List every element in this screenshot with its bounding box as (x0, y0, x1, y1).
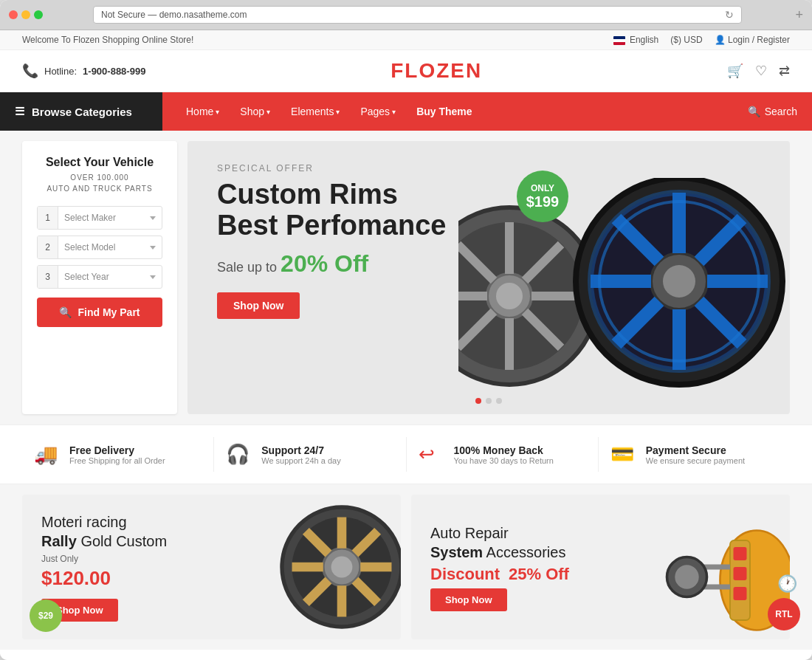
wishlist-icon[interactable]: ♡ (755, 63, 767, 79)
browse-categories-label: Browse Categories (32, 106, 132, 118)
hero-price-badge: ONLY $199 (517, 171, 568, 222)
feature-support-desc: We support 24h a day (261, 456, 340, 465)
promo1-line1: Moteri racing (41, 514, 127, 530)
slider-dot-3[interactable] (496, 398, 502, 404)
promo2-image (608, 495, 791, 639)
new-tab-button[interactable]: + (795, 7, 803, 23)
badge-only-text: ONLY (531, 183, 554, 193)
hotline: 📞 Hotline: 1-900-888-999 (22, 63, 145, 79)
nav-elements-label: Elements (291, 106, 334, 117)
search-button[interactable]: 🔍 Search (733, 92, 812, 131)
logo-red: ZEN (436, 59, 482, 82)
slider-dots (475, 398, 502, 404)
menu-icon: ☰ (15, 105, 24, 118)
minimize-dot[interactable] (21, 10, 30, 19)
feature-moneyback-desc: You have 30 days to Return (454, 456, 554, 465)
language-selector[interactable]: English (613, 35, 659, 45)
find-my-part-button[interactable]: 🔍 Find My Part (37, 298, 162, 327)
slider-dot-2[interactable] (486, 398, 492, 404)
chevron-down-icon: ▾ (266, 108, 270, 116)
feature-delivery: 🚚 Free Delivery Free Shipping for all Or… (22, 437, 214, 472)
auth-link[interactable]: 👤 Login / Register (715, 35, 790, 45)
promo1-btn-label: Shop Now (56, 605, 103, 616)
nav-home[interactable]: Home ▾ (177, 92, 228, 131)
chevron-down-icon: ▾ (392, 108, 396, 116)
svg-rect-41 (734, 567, 747, 580)
navigation: ☰ Browse Categories Home ▾ Shop ▾ Elemen… (0, 92, 812, 131)
promo2-discount-label: Discount (430, 565, 500, 583)
vehicle-selector: Select Your Vehicle OVER 100.000AUTO AND… (22, 141, 177, 414)
promo2-bold: System (430, 544, 483, 560)
browse-categories-button[interactable]: ☰ Browse Categories (0, 92, 162, 131)
refresh-icon[interactable]: ↻ (725, 9, 734, 21)
compare-icon[interactable]: ⇄ (779, 63, 790, 79)
nav-shop-label: Shop (240, 106, 264, 117)
nav-pages[interactable]: Pages ▾ (351, 92, 405, 131)
feature-delivery-title: Free Delivery (69, 444, 165, 456)
maker-select-row: 1 Select Maker (37, 206, 162, 230)
top-bar: Welcome To Flozen Shopping Online Store!… (0, 30, 812, 50)
model-select[interactable]: Select Model (58, 236, 162, 258)
nav-shop[interactable]: Shop ▾ (231, 92, 279, 131)
browser-dots (9, 10, 43, 19)
badge-price: $199 (526, 193, 560, 210)
close-dot[interactable] (9, 10, 18, 19)
promo2-discount-pct: 25% Off (509, 565, 569, 583)
svg-rect-42 (734, 587, 747, 600)
payment-icon: 💳 (610, 443, 637, 466)
auth-label: Login / Register (728, 35, 790, 45)
maker-select[interactable]: Select Maker (58, 207, 162, 229)
phone-icon: 📞 (22, 63, 38, 79)
hero-sale: Sale up to 20% Off (217, 250, 760, 278)
header-icons: 🛒 ♡ ⇄ (727, 63, 790, 79)
year-select-row: 3 Select Year (37, 265, 162, 289)
nav-elements[interactable]: Elements ▾ (282, 92, 348, 131)
price-badge-value: $29 (38, 611, 53, 621)
hero-shop-now-button[interactable]: Shop Now (217, 292, 300, 319)
year-number: 3 (38, 266, 58, 288)
rtl-label: RTL (775, 609, 792, 619)
hero-btn-label: Shop Now (233, 300, 283, 312)
site-content: Welcome To Flozen Shopping Online Store!… (0, 30, 812, 660)
currency-selector[interactable]: ($) USD (670, 35, 702, 45)
promo2-line1: Auto Repair (430, 525, 509, 541)
header: 📞 Hotline: 1-900-888-999 FLOZEN 🛒 ♡ ⇄ (0, 50, 812, 92)
price-badge-green: $29 (30, 599, 62, 632)
hero-title: Custom Rims Best Perfomance (217, 179, 760, 241)
feature-delivery-desc: Free Shipping for all Order (69, 456, 165, 465)
history-button[interactable]: 🕐 (777, 574, 797, 594)
hero-sale-text: Sale up to (217, 260, 277, 275)
nav-pages-label: Pages (360, 106, 390, 117)
address-bar[interactable]: Not Secure — demo.nasatheme.com ↻ (93, 6, 742, 24)
year-select[interactable]: Select Year (58, 266, 162, 288)
hero-sale-pct: 20% Off (281, 250, 368, 277)
hero-slider[interactable]: SPECICAL OFFER Custom Rims Best Perfoman… (187, 141, 790, 414)
browser-chrome: Not Secure — demo.nasatheme.com ↻ + (0, 0, 812, 30)
logo[interactable]: FLOZEN (390, 59, 482, 83)
rtl-badge[interactable]: RTL (768, 598, 800, 630)
hero-title-line1: Custom Rims (217, 179, 398, 210)
promo2-shop-now-button[interactable]: Shop Now (430, 588, 507, 611)
cart-icon[interactable]: 🛒 (727, 63, 743, 79)
maker-number: 1 (38, 207, 58, 229)
find-part-label: Find My Part (78, 306, 140, 318)
search-icon: 🔍 (748, 106, 760, 117)
feature-payment-title: Payment Secure (646, 444, 745, 456)
search-icon: 🔍 (59, 306, 72, 318)
promo2-btn-label: Shop Now (445, 594, 492, 605)
slider-dot-1[interactable] (475, 398, 481, 404)
vehicle-selector-title: Select Your Vehicle (37, 156, 162, 169)
promo1-image (219, 495, 402, 639)
feature-payment-text: Payment Secure We ensure secure payment (646, 444, 745, 465)
model-number: 2 (38, 236, 58, 258)
hotline-number[interactable]: 1-900-888-999 (83, 66, 145, 77)
maximize-dot[interactable] (34, 10, 43, 19)
feature-delivery-text: Free Delivery Free Shipping for all Orde… (69, 444, 165, 465)
nav-buy-theme[interactable]: Buy Theme (407, 92, 481, 131)
svg-point-29 (331, 557, 353, 578)
hero-title-line2: Best Perfomance (217, 210, 446, 241)
top-bar-right: English ($) USD 👤 Login / Register (613, 35, 790, 45)
promo2-normal: Accessories (486, 544, 566, 560)
promo-card-1: Moteri racing Rally Gold Custom Just Onl… (22, 495, 401, 639)
promo-section: Moteri racing Rally Gold Custom Just Onl… (0, 484, 812, 650)
